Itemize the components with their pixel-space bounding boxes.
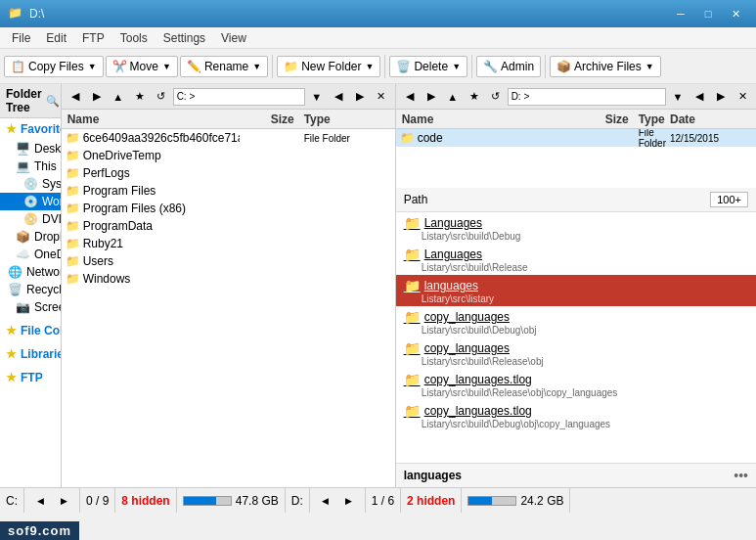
rename-button[interactable]: ✏️ Rename ▼ [180,56,268,77]
desktop-icon: 🖥️ [16,142,30,156]
sidebar-item-dvd-drive[interactable]: 📀 DVD Drive GRMCUL [0,210,61,228]
menu-tools[interactable]: Tools [112,29,156,47]
file-name-text: code [418,131,443,145]
rename-label: Rename [204,60,248,73]
right-panel-next[interactable]: ▶ [711,87,731,107]
copy-files-button[interactable]: 📋 Copy Files ▼ [4,56,104,77]
close-button[interactable]: ✕ [723,4,748,23]
left-home-button[interactable]: ★ [130,87,150,107]
table-row[interactable]: 📁 OneDriveTemp [62,147,395,164]
maximize-button[interactable]: □ [695,4,721,23]
sidebar-item-libraries[interactable]: ★ Libraries [0,343,61,365]
path-header: Path 100+ [396,188,756,212]
left-forward-button[interactable]: ▶ [87,87,107,107]
tree-search-icon[interactable]: 🔍 [46,95,60,108]
left-file-panel: ◀ ▶ ▲ ★ ↺ ▼ ◀ ▶ ✕ Name Size Type � [62,84,396,487]
sidebar-item-desktop[interactable]: 🖥️ Desktop [0,140,61,158]
sidebar-item-onedrive[interactable]: ☁️ OneDrive [0,246,61,263]
sidebar-item-recycle-bin[interactable]: 🗑️ Recycle Bin [0,281,61,298]
left-up-button[interactable]: ▲ [109,87,128,107]
folder-icon: 📁 [66,184,80,198]
right-file-list: 📁 code File Folder 12/15/2015 [396,129,756,188]
table-row[interactable]: 📁 Windows [62,270,395,288]
right-hidden-text: 2 hidden [407,494,455,508]
right-col-name-header: Name [398,112,574,126]
sidebar-item-system-c[interactable]: 💿 System (C:) [0,175,61,193]
right-home-button[interactable]: ★ [465,87,484,107]
new-folder-button[interactable]: 📁 New Folder ▼ [277,56,380,77]
sidebar-item-dropbox[interactable]: 📦 Dropbox [0,228,61,246]
delete-icon: 🗑️ [396,60,411,73]
list-item[interactable]: 📁 copy_languages.tlog Listary\src\build\… [396,369,756,400]
toolbar-separator-3 [471,55,472,78]
path-sub-text: Listary\src\build\Release\obj [404,356,748,367]
left-status-fwd[interactable]: ▶ [54,491,73,511]
left-panel-next[interactable]: ▶ [350,87,370,107]
right-address-bar[interactable] [508,88,666,106]
this-pc-label: This PC [34,159,61,173]
menu-edit[interactable]: Edit [38,29,74,47]
menu-settings[interactable]: Settings [156,29,213,47]
sidebar-item-this-pc[interactable]: 💻 This PC [0,158,61,175]
table-row[interactable]: 📁 Program Files [62,182,395,200]
list-item[interactable]: 📁 copy_languages Listary\src\build\Relea… [396,338,756,369]
right-up-button[interactable]: ▲ [443,87,463,107]
left-status-back[interactable]: ◀ [30,491,50,511]
left-address-bar[interactable] [173,88,305,106]
copy-icon: 📋 [11,60,25,73]
table-row[interactable]: 📁 6ce6409aa3926c5fb460fce71a File Folder [62,129,395,147]
screenshots-icon: 📷 [16,300,30,314]
right-back-button[interactable]: ◀ [400,87,420,107]
move-button[interactable]: ✂️ Move ▼ [106,56,178,77]
left-total-text: 47.8 GB [236,494,279,508]
delete-button[interactable]: 🗑️ Delete ▼ [389,56,467,77]
archive-icon: 📦 [556,60,571,73]
table-row[interactable]: 📁 Ruby21 [62,235,395,252]
left-panel-close[interactable]: ✕ [372,87,391,107]
right-panel-prev[interactable]: ◀ [689,87,709,107]
list-item[interactable]: 📁 copy_languages Listary\src\build\Debug… [396,306,756,338]
left-refresh-button[interactable]: ↺ [152,87,171,107]
menu-file[interactable]: File [4,29,38,47]
right-address-go[interactable]: ▼ [668,87,688,107]
menu-ftp[interactable]: FTP [74,29,112,47]
minimize-button[interactable]: ─ [668,4,693,23]
sidebar-item-screenshots[interactable]: 📷 Screenshots [0,298,61,316]
left-back-button[interactable]: ◀ [66,87,85,107]
right-progress-bar [467,496,516,506]
delete-dropdown-icon: ▼ [452,62,461,71]
right-refresh-button[interactable]: ↺ [486,87,506,107]
list-item[interactable]: 📁 Languages Listary\src\build\Debug [396,212,756,244]
archive-files-button[interactable]: 📦 Archive Files ▼ [550,56,661,77]
table-row[interactable]: 📁 ProgramData [62,217,395,235]
right-status-fwd[interactable]: ▶ [339,491,359,511]
right-count-text: 1 / 6 [372,494,394,508]
dvd-drive-label: DVD Drive GRMCUL [42,212,61,226]
left-panel-toolbar: ◀ ▶ ▲ ★ ↺ ▼ ◀ ▶ ✕ [62,84,395,110]
left-address-go[interactable]: ▼ [307,87,327,107]
right-panel-close[interactable]: ✕ [733,87,752,107]
admin-button[interactable]: 🔧 Admin [476,56,541,77]
sidebar-item-ftp[interactable]: ★ FTP [0,367,61,388]
onedrive-icon: ☁️ [16,248,30,261]
menu-bar: File Edit FTP Tools Settings View [0,27,756,49]
table-row[interactable]: 📁 Users [62,252,395,270]
table-row[interactable]: 📁 Program Files (x86) [62,200,395,217]
sidebar-item-working-d[interactable]: 💿 Working (D:) [0,193,61,210]
list-item[interactable]: 📁 Languages Listary\src\build\Release [396,244,756,275]
right-status-back[interactable]: ◀ [316,491,335,511]
menu-view[interactable]: View [213,29,254,47]
sidebar-item-network[interactable]: 🌐 Network [0,263,61,281]
sidebar-item-favorites[interactable]: ★ Favorites [0,118,61,140]
system-c-label: System (C:) [42,177,61,191]
path-main-text: copy_languages.tlog [424,404,532,418]
sidebar-item-file-collections[interactable]: ★ File Collections [0,320,61,341]
list-item[interactable]: 📁 languages Listary\src\listary [396,275,756,306]
list-item[interactable]: 📁 copy_languages.tlog Listary\src\build\… [396,400,756,431]
right-forward-button[interactable]: ▶ [422,87,441,107]
table-row[interactable]: 📁 PerfLogs [62,164,395,182]
left-panel-prev[interactable]: ◀ [329,87,348,107]
onedrive-label: OneDrive [34,248,61,261]
table-row[interactable]: 📁 code File Folder 12/15/2015 [396,129,756,147]
path-more-icon[interactable]: ••• [734,468,748,483]
